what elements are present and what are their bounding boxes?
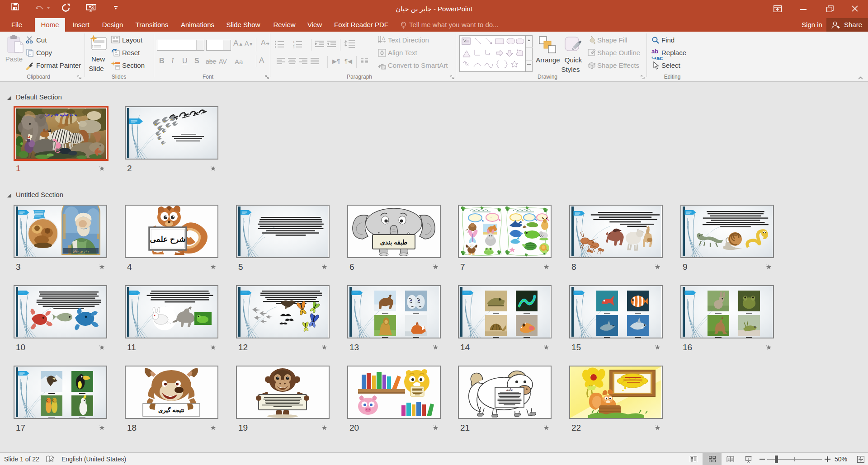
svg-text:A: A xyxy=(382,36,385,41)
svg-text:به نام خداوند جان و خرد: به نام خداوند جان و خرد xyxy=(45,113,77,117)
svg-text:جابر بن حیان: جابر بن حیان xyxy=(72,249,89,253)
svg-text:نتیجه گیری: نتیجه گیری xyxy=(158,406,184,414)
svg-text:3: 3 xyxy=(293,46,295,49)
svg-text:...: ... xyxy=(472,217,474,219)
svg-text:طبقه بندی: طبقه بندی xyxy=(380,239,407,246)
svg-text:شرح علمی: شرح علمی xyxy=(150,235,185,244)
svg-text:نوآوری: نوآوری xyxy=(506,388,513,391)
svg-text:...: ... xyxy=(491,216,492,218)
